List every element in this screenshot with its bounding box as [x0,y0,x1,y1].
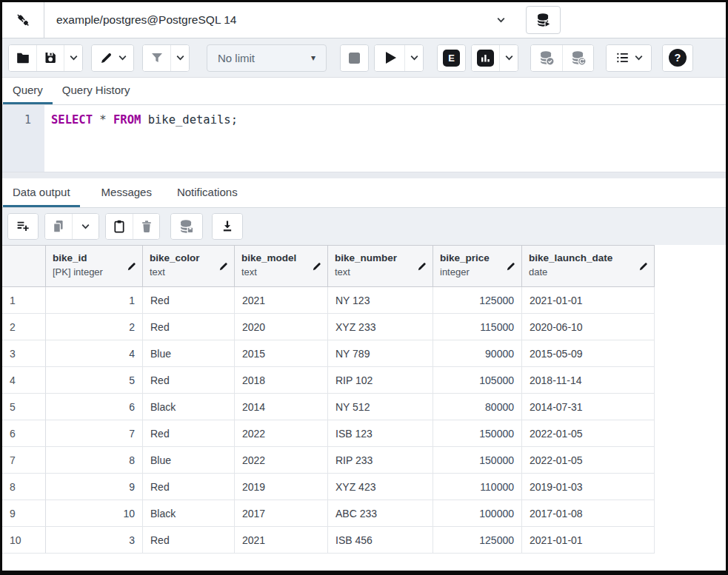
explain-analyze-button[interactable] [472,45,499,71]
commit-button[interactable] [531,45,562,71]
filter-button[interactable] [143,45,170,71]
cell-bike_launch_date[interactable]: 2015-05-09 [522,340,655,367]
tab-notifications[interactable]: Notifications [167,178,247,207]
sql-code-line[interactable]: SELECT * FROM bike_details; [44,105,238,172]
execute-options-button[interactable] [404,45,423,71]
cell-bike_id[interactable]: 3 [46,527,143,554]
explain-button[interactable]: E [438,45,465,71]
cell-bike_price[interactable]: 115000 [433,314,522,340]
cell-bike_number[interactable]: NY 123 [328,287,433,314]
open-file-button[interactable] [9,45,36,71]
cell-bike_price[interactable]: 105000 [433,367,522,394]
new-connection-button[interactable] [526,6,561,34]
cell-bike_price[interactable]: 125000 [433,287,522,314]
cell-bike_id[interactable]: 2 [46,314,143,340]
cell-bike_color[interactable]: Red [143,527,235,554]
cell-bike_id[interactable]: 6 [46,394,143,420]
add-row-button[interactable] [8,214,38,239]
cell-bike_color[interactable]: Red [143,314,235,340]
cell-bike_launch_date[interactable]: 2022-01-05 [522,447,655,474]
paste-button[interactable] [106,214,133,239]
edit-column-icon[interactable] [127,261,137,272]
explain-options-button[interactable] [499,45,518,71]
cell-bike_price[interactable]: 150000 [433,420,522,447]
row-number-cell[interactable]: 5 [2,394,46,420]
cell-bike_id[interactable]: 7 [46,420,143,447]
row-limit-select[interactable]: No limit ▾ [207,44,327,72]
cell-bike_launch_date[interactable]: 2019-01-03 [522,474,655,500]
delete-row-button[interactable] [133,214,159,239]
edit-column-icon[interactable] [417,261,427,272]
cell-bike_price[interactable]: 150000 [433,447,522,474]
column-header-bike_id[interactable]: bike_id[PK] integer [46,245,143,287]
tab-query-history[interactable]: Query History [53,78,140,104]
edit-menu-button[interactable] [92,45,133,71]
cell-bike_launch_date[interactable]: 2022-01-05 [522,420,655,447]
cell-bike_model[interactable]: 2019 [235,474,328,500]
row-number-cell[interactable]: 2 [2,314,46,340]
cell-bike_id[interactable]: 8 [46,447,143,474]
stop-button[interactable] [341,45,368,71]
row-number-cell[interactable]: 4 [2,367,46,394]
edit-column-icon[interactable] [218,261,229,272]
row-number-cell[interactable]: 8 [2,474,46,500]
cell-bike_model[interactable]: 2014 [235,394,328,420]
cell-bike_color[interactable]: Red [143,287,235,314]
cell-bike_number[interactable]: NY 789 [328,340,433,367]
cell-bike_id[interactable]: 9 [46,474,143,500]
cell-bike_id[interactable]: 10 [46,500,143,527]
cell-bike_price[interactable]: 125000 [433,527,522,554]
tab-messages[interactable]: Messages [92,178,161,207]
row-number-cell[interactable]: 9 [2,500,46,527]
column-header-bike_price[interactable]: bike_priceinteger [433,245,522,287]
cell-bike_color[interactable]: Red [143,367,235,394]
cell-bike_color[interactable]: Red [143,420,235,447]
select-all-header-cell[interactable] [2,245,46,287]
help-button[interactable]: ? [663,45,692,71]
cell-bike_model[interactable]: 2021 [235,527,328,554]
cell-bike_color[interactable]: Red [143,474,235,500]
row-number-cell[interactable]: 7 [2,447,46,474]
save-data-button[interactable] [171,214,202,239]
cell-bike_id[interactable]: 1 [46,287,143,314]
edit-column-icon[interactable] [312,261,322,272]
cell-bike_price[interactable]: 100000 [433,500,522,527]
cell-bike_model[interactable]: 2022 [235,447,328,474]
column-header-bike_launch_date[interactable]: bike_launch_datedate [522,245,655,287]
row-number-cell[interactable]: 6 [2,420,46,447]
cell-bike_model[interactable]: 2018 [235,367,328,394]
cell-bike_launch_date[interactable]: 2014-07-31 [522,394,655,420]
cell-bike_launch_date[interactable]: 2021-01-01 [522,287,655,314]
connection-select[interactable]: example/postgres@PostgreSQL 14 [44,2,517,38]
cell-bike_model[interactable]: 2017 [235,500,328,527]
save-button[interactable] [36,45,64,71]
cell-bike_model[interactable]: 2022 [235,420,328,447]
cell-bike_color[interactable]: Blue [143,447,235,474]
cell-bike_model[interactable]: 2020 [235,314,328,340]
tab-data-output[interactable]: Data output [3,178,80,207]
edit-column-icon[interactable] [506,261,516,272]
tab-query[interactable]: Query [3,78,53,104]
row-number-cell[interactable]: 1 [2,287,46,314]
save-options-button[interactable] [64,45,82,71]
filter-options-button[interactable] [170,45,189,71]
cell-bike_launch_date[interactable]: 2017-01-08 [522,500,655,527]
rollback-button[interactable] [562,45,593,71]
sql-editor[interactable]: 1 SELECT * FROM bike_details; [2,105,726,172]
column-header-bike_number[interactable]: bike_numbertext [328,245,433,287]
cell-bike_color[interactable]: Black [143,394,235,420]
cell-bike_number[interactable]: ABC 233 [328,500,433,527]
column-header-bike_color[interactable]: bike_colortext [143,245,235,287]
cell-bike_number[interactable]: ISB 123 [328,420,433,447]
cell-bike_number[interactable]: NY 512 [328,394,433,420]
download-button[interactable] [213,214,242,239]
row-number-cell[interactable]: 3 [2,340,46,367]
copy-button[interactable] [45,214,72,239]
cell-bike_price[interactable]: 90000 [433,340,522,367]
edit-column-icon[interactable] [638,261,649,272]
cell-bike_price[interactable]: 80000 [433,394,522,420]
column-header-bike_model[interactable]: bike_modeltext [235,245,328,287]
cell-bike_color[interactable]: Blue [143,340,235,367]
cell-bike_id[interactable]: 4 [46,340,143,367]
cell-bike_number[interactable]: XYZ 423 [328,474,433,500]
